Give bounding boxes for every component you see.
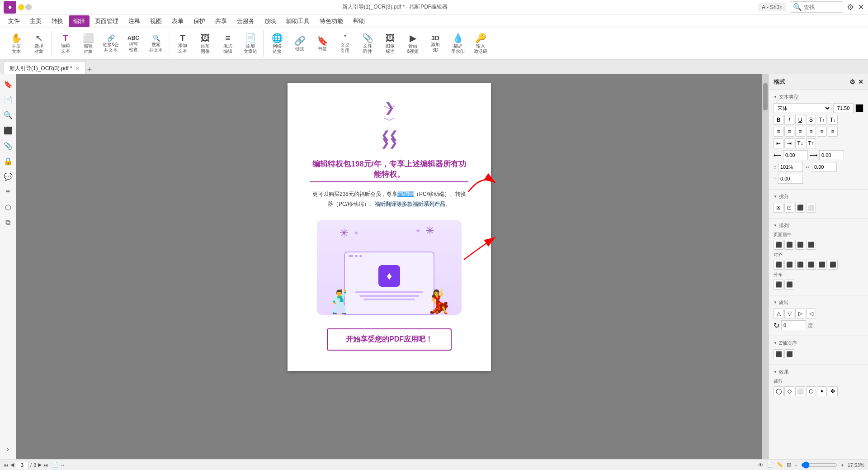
minimize-btn[interactable]: [18, 4, 24, 10]
edit-object-btn[interactable]: ⬜ 编辑对象: [77, 31, 99, 57]
menu-slideshow[interactable]: 放映: [260, 15, 281, 27]
font-size-dec-btn[interactable]: T↓: [795, 138, 805, 148]
font-size-inc-btn[interactable]: T↑: [806, 138, 816, 148]
menu-page[interactable]: 页面管理: [90, 15, 123, 27]
attachment-btn[interactable]: 📎 文件附件: [357, 31, 378, 57]
sidebar-icon-search[interactable]: 🔍: [2, 109, 14, 121]
menu-share[interactable]: 共享: [211, 15, 231, 27]
hyph-btn-4[interactable]: ⬜: [806, 203, 816, 213]
add-image-btn[interactable]: 🖼 添加图像: [194, 31, 216, 57]
align2-btn[interactable]: ⬛: [784, 260, 794, 270]
subscript-btn[interactable]: T↓: [828, 115, 838, 125]
prev-btn[interactable]: ◀: [10, 462, 14, 468]
align6-btn[interactable]: ⬛: [828, 260, 838, 270]
zoom-in-btn[interactable]: +: [841, 462, 844, 468]
menu-comment[interactable]: 注释: [124, 15, 145, 27]
page-input[interactable]: [16, 461, 28, 469]
center-hv-btn[interactable]: ⬛: [795, 240, 805, 250]
superscript-btn[interactable]: T↑: [817, 115, 827, 125]
flip-h-btn[interactable]: △: [774, 309, 783, 318]
settings-icon[interactable]: ⚙: [847, 2, 854, 12]
crop6-btn[interactable]: ✤: [828, 386, 838, 396]
to-front-btn[interactable]: ⬛: [774, 349, 783, 359]
menu-file[interactable]: 文件: [4, 15, 24, 27]
font-size-input[interactable]: [833, 103, 854, 113]
link-merge-btn[interactable]: 🔗 链接&合并文本: [100, 31, 122, 57]
rotate-cw-btn[interactable]: ▷: [795, 309, 805, 318]
document-tab[interactable]: 新人引导(1)_OCR(3).pdf * ✕: [4, 61, 85, 74]
align-justify2-btn[interactable]: ≡: [817, 127, 827, 137]
left-margin-input[interactable]: [783, 150, 808, 160]
panel-close-icon[interactable]: ✕: [858, 78, 863, 85]
sidebar-icon-layer[interactable]: ⬛: [2, 124, 14, 137]
menu-cloud[interactable]: 云服务: [232, 15, 259, 27]
bookmark-btn[interactable]: 🔖 书签: [311, 31, 333, 57]
tab-close-btn[interactable]: ✕: [75, 66, 80, 72]
zoom-slider[interactable]: [801, 461, 837, 469]
view-icon-2[interactable]: 📄: [767, 462, 773, 468]
align-left-btn[interactable]: ≡: [774, 127, 783, 137]
panel-settings-icon[interactable]: ⚙: [849, 78, 855, 85]
edit-text-btn[interactable]: T 编辑文本: [55, 31, 76, 57]
sidebar-collapse-btn[interactable]: ›: [2, 443, 14, 456]
select-tool-btn[interactable]: ↖ 选择对象: [28, 31, 50, 57]
next-btn[interactable]: ▶: [38, 462, 42, 468]
search-text-btn[interactable]: 🔍 搜索并文本: [145, 31, 167, 57]
align-justify3-btn[interactable]: ≡: [828, 127, 838, 137]
crop2-btn[interactable]: ◇: [784, 386, 794, 396]
fit-page-btn[interactable]: 📄: [52, 462, 58, 468]
add-text-btn[interactable]: T 添加文本: [172, 31, 193, 57]
scroll-thumb[interactable]: [763, 83, 768, 110]
crop5-btn[interactable]: ✦: [817, 386, 827, 396]
activation-btn[interactable]: 🔑 输入激活码: [470, 31, 491, 57]
new-tab-btn[interactable]: +: [87, 66, 92, 74]
view-icon-4[interactable]: ▤: [787, 462, 791, 468]
center-hv2-btn[interactable]: ⬛: [806, 240, 816, 250]
sidebar-icon-attachment[interactable]: 📎: [2, 139, 14, 152]
hyph-btn-1[interactable]: ⊠: [774, 203, 783, 213]
right-margin-input[interactable]: [819, 150, 844, 160]
underline-btn[interactable]: U: [795, 115, 805, 125]
rotation-input[interactable]: [781, 320, 806, 330]
menu-edit[interactable]: 编辑: [69, 15, 90, 27]
font-color-picker[interactable]: [855, 104, 863, 112]
strikethrough-btn[interactable]: S: [806, 115, 816, 125]
sidebar-icon-bookmark[interactable]: 🔖: [2, 78, 14, 90]
menu-home[interactable]: 主页: [25, 15, 46, 27]
add-3d-btn[interactable]: 3D 添加3D: [425, 31, 446, 57]
align5-btn[interactable]: ⬛: [817, 260, 827, 270]
sidebar-icon-lock[interactable]: 🔒: [2, 155, 14, 167]
font-selector[interactable]: 宋体: [774, 103, 831, 113]
italic-btn[interactable]: I: [784, 115, 794, 125]
line-spacing-input[interactable]: [778, 162, 803, 172]
menu-tools[interactable]: 辅助工具: [282, 15, 314, 27]
spell-check-btn[interactable]: ABC 拼写检查: [123, 31, 144, 57]
char-spacing-input[interactable]: [812, 162, 837, 172]
crop3-btn[interactable]: ⬜: [795, 386, 805, 396]
center-h-btn[interactable]: ⬛: [774, 240, 783, 250]
sidebar-icon-fields[interactable]: ≡: [2, 185, 14, 198]
align1-btn[interactable]: ⬛: [774, 260, 783, 270]
flip-v-btn[interactable]: ▽: [784, 309, 794, 318]
crop1-btn[interactable]: ◯: [774, 386, 783, 396]
center-v-btn[interactable]: ⬛: [784, 240, 794, 250]
sidebar-icon-page[interactable]: 📄: [2, 93, 14, 106]
view-icon-3[interactable]: 📏: [777, 462, 783, 468]
flow-edit-btn[interactable]: ≡ 流式编辑: [217, 31, 239, 57]
dist1-btn[interactable]: ⬛: [774, 280, 783, 290]
rotate-ccw-btn[interactable]: ◁: [806, 309, 816, 318]
cta-button[interactable]: 开始享受您的PDF应用吧！: [327, 328, 452, 351]
menu-view[interactable]: 视图: [146, 15, 166, 27]
indent-inc-btn[interactable]: ⇥: [784, 138, 794, 148]
align-right-btn[interactable]: ≡: [795, 127, 805, 137]
media-btn[interactable]: ▶ 音画&视频: [402, 31, 424, 57]
to-back-btn[interactable]: ⬛: [784, 349, 794, 359]
fit-width-btn[interactable]: ↔: [60, 462, 65, 468]
search-box[interactable]: 🔍: [790, 1, 843, 13]
prev-prev-btn[interactable]: ⏮: [4, 462, 9, 468]
bold-btn[interactable]: B: [774, 115, 783, 125]
indent-dec-btn[interactable]: ⇤: [774, 138, 783, 148]
doc-scrollbar[interactable]: [762, 74, 769, 459]
sidebar-icon-copy[interactable]: ⧉: [2, 216, 14, 229]
dist2-btn[interactable]: ⬛: [784, 280, 794, 290]
